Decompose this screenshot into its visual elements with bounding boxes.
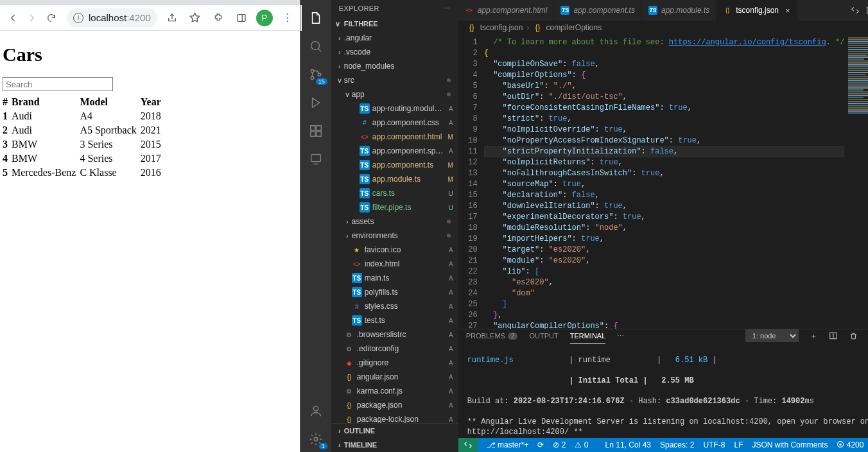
profile-avatar[interactable]: P xyxy=(256,10,273,26)
site-info-icon[interactable]: i xyxy=(73,13,83,23)
tree-file[interactable]: TSapp-routing.module.tsA xyxy=(331,101,458,116)
tree-file[interactable]: {}package.jsonA xyxy=(331,398,458,412)
tree-folder[interactable]: ∨app xyxy=(331,87,458,101)
status-errors[interactable]: ⊘ 2 xyxy=(553,440,566,449)
activity-remote[interactable] xyxy=(300,146,331,172)
status-eol[interactable]: LF xyxy=(734,440,743,449)
status-warnings[interactable]: ⚠ 0 xyxy=(575,440,588,449)
new-terminal-icon[interactable]: ＋ xyxy=(810,331,817,341)
tree-file[interactable]: TSapp.module.tsM xyxy=(331,172,458,186)
output-tab[interactable]: OUTPUT xyxy=(529,332,558,340)
svg-point-5 xyxy=(311,76,314,80)
code-content[interactable]: /* To learn more about this file see: ht… xyxy=(484,35,845,329)
svg-point-13 xyxy=(313,406,318,411)
tree-file[interactable]: <>index.htmlA xyxy=(331,257,458,271)
tree-file[interactable]: ★favicon.icoA xyxy=(331,243,458,257)
search-input[interactable] xyxy=(3,77,113,91)
problems-tab[interactable]: PROBLEMS2 xyxy=(466,332,518,340)
terminal-selector[interactable]: 1: node xyxy=(745,329,799,342)
tree-file[interactable]: TSmain.tsA xyxy=(331,271,458,285)
status-bar: ⎇ master*+ ⟳ ⊘ 2 ⚠ 0 Ln 11, Col 43 Space… xyxy=(458,438,868,452)
minimap[interactable] xyxy=(844,35,868,329)
tree-file[interactable]: TSapp.component.spec.tsA xyxy=(331,144,458,158)
tree-folder[interactable]: ›.angular xyxy=(331,31,458,45)
table-row: 3BMW3 Series2015 xyxy=(3,137,165,152)
tree-folder[interactable]: ∨src xyxy=(331,73,458,87)
tree-file[interactable]: ⚙.editorconfigA xyxy=(331,342,458,356)
tree-file[interactable]: {}angular.jsonA xyxy=(331,370,458,384)
tree-folder[interactable]: ›node_modules xyxy=(331,59,458,73)
activity-run[interactable] xyxy=(300,90,331,116)
breadcrumb-symbol[interactable]: compilerOptions xyxy=(546,23,602,32)
tree-folder[interactable]: ›environments xyxy=(331,229,458,243)
editor-tab[interactable]: {}tsconfig.json× xyxy=(716,0,797,21)
activity-account[interactable] xyxy=(300,398,331,424)
editor-tab[interactable]: TSapp.component.ts xyxy=(554,0,641,21)
col-year: Year xyxy=(141,95,165,109)
timeline-section[interactable]: ›TIMELINE xyxy=(331,438,458,452)
tree-file[interactable]: {}package-lock.jsonA xyxy=(331,412,458,423)
line-gutter: 1234567891011121314151617181920212223242… xyxy=(458,35,484,329)
terminal-tab[interactable]: TERMINAL xyxy=(570,332,606,340)
svg-point-4 xyxy=(311,69,314,73)
tree-folder[interactable]: ›.vscode xyxy=(331,45,458,59)
reload-button[interactable] xyxy=(42,9,60,27)
status-spaces[interactable]: Spaces: 2 xyxy=(660,440,694,449)
split-terminal-icon[interactable] xyxy=(829,331,838,340)
project-title[interactable]: ∨ FILTHREE xyxy=(331,17,458,31)
activity-scm[interactable]: 15 xyxy=(300,62,331,87)
status-encoding[interactable]: UTF-8 xyxy=(703,440,725,449)
tree-file[interactable]: TSpolyfills.tsA xyxy=(331,285,458,299)
address-bar[interactable]: i localhost:4200 xyxy=(67,8,157,28)
terminal-output[interactable]: runtime.js | runtime | 6.51 kB | | Initi… xyxy=(458,342,868,452)
svg-rect-9 xyxy=(311,132,315,136)
svg-point-6 xyxy=(318,73,321,76)
activity-explorer[interactable] xyxy=(300,5,331,31)
tree-file[interactable]: ⚙.browserslistrcA xyxy=(331,327,458,342)
back-button[interactable] xyxy=(4,9,22,27)
table-row: 5Mercedes-BenzC Klasse2016 xyxy=(3,166,165,180)
sidepanel-icon[interactable] xyxy=(233,10,250,26)
tree-file[interactable]: TSfilter.pipe.tsU xyxy=(331,200,458,214)
kill-terminal-icon[interactable] xyxy=(849,332,858,340)
breadcrumb-file[interactable]: tsconfig.json xyxy=(480,23,523,32)
extensions-icon[interactable] xyxy=(210,10,227,26)
sidebar-more-icon[interactable]: ⋯ xyxy=(443,4,450,13)
activity-settings[interactable]: 1 xyxy=(300,426,331,452)
tree-file[interactable]: ⚙karma.conf.jsA xyxy=(331,384,458,398)
chevron-down-icon: ∨ xyxy=(335,20,344,28)
tree-folder[interactable]: ›assets xyxy=(331,214,458,229)
status-port[interactable]: ⦿ 4200 xyxy=(837,440,864,449)
activity-extensions[interactable] xyxy=(300,118,331,144)
breadcrumbs[interactable]: {} tsconfig.json › {} compilerOptions xyxy=(458,21,868,35)
share-icon[interactable] xyxy=(164,10,180,26)
status-branch[interactable]: ⎇ master*+ xyxy=(487,440,529,449)
bookmark-icon[interactable] xyxy=(187,10,204,26)
status-position[interactable]: Ln 11, Col 43 xyxy=(605,440,651,449)
tree-file[interactable]: TScars.tsU xyxy=(331,186,458,200)
settings-badge: 1 xyxy=(319,443,327,449)
svg-point-2 xyxy=(311,42,319,50)
browser-tabstrip xyxy=(0,0,300,5)
forward-button[interactable] xyxy=(23,9,41,27)
tree-file[interactable]: TSapp.component.tsM xyxy=(331,158,458,172)
tree-file[interactable]: #styles.cssA xyxy=(331,299,458,313)
editor-tab[interactable]: <>app.component.html xyxy=(458,0,555,21)
compare-icon[interactable] xyxy=(851,6,860,15)
status-sync[interactable]: ⟳ xyxy=(537,440,544,449)
tree-file[interactable]: <>app.component.htmlM xyxy=(331,130,458,144)
code-editor[interactable]: 1234567891011121314151617181920212223242… xyxy=(458,35,868,329)
panel-more-icon[interactable]: ⋯ xyxy=(617,332,624,340)
menu-icon[interactable]: ⋮ xyxy=(279,10,296,26)
activity-search[interactable] xyxy=(300,33,331,59)
tree-file[interactable]: TStest.tsA xyxy=(331,313,458,327)
outline-section[interactable]: ›OUTLINE xyxy=(331,424,458,438)
status-language[interactable]: JSON with Comments xyxy=(752,440,828,449)
tree-file[interactable]: #app.component.cssA xyxy=(331,116,458,130)
col-idx: # xyxy=(3,95,12,109)
remote-indicator[interactable] xyxy=(458,438,478,452)
svg-rect-7 xyxy=(311,126,315,130)
editor-tab[interactable]: TSapp.module.ts xyxy=(642,0,716,21)
panel-tabs: PROBLEMS2 OUTPUT TERMINAL ⋯ 1: node ＋ ^ … xyxy=(458,329,868,342)
tree-file[interactable]: ◆.gitignoreA xyxy=(331,356,458,370)
